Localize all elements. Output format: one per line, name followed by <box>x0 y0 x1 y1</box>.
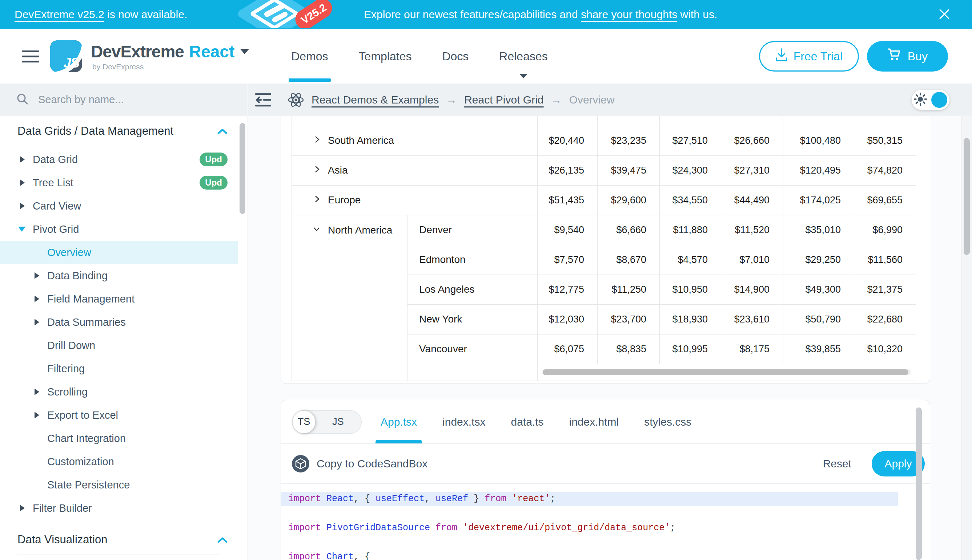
sidebar-item-label: Overview <box>47 247 91 258</box>
page-scrollbar-thumb[interactable] <box>964 138 970 255</box>
breadcrumb-separator: → <box>551 94 562 106</box>
triangle-right-icon[interactable] <box>20 505 25 511</box>
pivot-city-header[interactable]: Los Angeles <box>408 275 538 304</box>
triangle-right-icon[interactable] <box>35 272 39 279</box>
triangle-right-icon[interactable] <box>35 296 39 302</box>
code-tab-styles-css[interactable]: styles.css <box>644 400 691 443</box>
pivot-cell: $8,175 <box>721 334 783 364</box>
sidebar-item-filter-builder[interactable]: Filter Builder <box>0 497 238 520</box>
code-scrollbar-thumb[interactable] <box>916 407 922 560</box>
free-trial-button[interactable]: Free Trial <box>759 41 859 72</box>
framework-selector[interactable]: React <box>189 42 234 62</box>
hamburger-menu-icon[interactable] <box>22 50 39 62</box>
pivot-cell: $26,135 <box>538 155 597 185</box>
theme-toggle-knob[interactable] <box>931 92 947 108</box>
pivot-region-header[interactable]: Asia <box>292 155 538 185</box>
code-tab-index-tsx[interactable]: index.tsx <box>442 400 485 443</box>
search-input[interactable] <box>37 93 199 106</box>
sidebar-item-customization[interactable]: Customization <box>0 450 238 473</box>
nav-item-demos[interactable]: Demos <box>291 29 328 83</box>
pivot-cell: $29,250 <box>783 245 854 275</box>
breadcrumb-react-demos-examples[interactable]: React Demos & Examples <box>311 94 439 106</box>
language-toggle[interactable]: TS JS <box>292 410 362 434</box>
pivot-horizontal-scrollbar-thumb[interactable] <box>543 369 908 375</box>
sidebar-item-drill-down[interactable]: Drill Down <box>0 334 238 357</box>
sidebar-item-overview[interactable]: Overview <box>0 241 238 264</box>
sidebar-item-scrolling[interactable]: Scrolling <box>0 380 238 403</box>
sidebar-item-label: Scrolling <box>47 386 88 398</box>
collapse-chevron-down-icon[interactable] <box>312 224 321 236</box>
sidebar-item-state-persistence[interactable]: State Persistence <box>0 473 238 497</box>
code-tab-data-ts[interactable]: data.ts <box>511 400 544 443</box>
sidebar-item-data-summaries[interactable]: Data Summaries <box>0 310 238 334</box>
sidebar-section-title: Data Visualization <box>17 533 108 546</box>
triangle-right-icon[interactable] <box>35 388 39 395</box>
banner-release-link[interactable]: DevExtreme v25.2 <box>15 8 104 20</box>
sidebar-item-label: Filter Builder <box>33 502 92 514</box>
breadcrumb-separator: → <box>446 94 457 106</box>
pivot-cell: $11,560 <box>854 245 916 275</box>
sidebar-item-export-to-excel[interactable]: Export to Excel <box>0 403 238 427</box>
pivot-cell: $18,930 <box>660 304 721 334</box>
pivot-grid-demo-card: South America$20,440$23,235$27,510$26,66… <box>281 116 930 384</box>
pivot-cell: $11,520 <box>721 215 783 245</box>
code-editor[interactable]: import React, { useEffect, useRef } from… <box>281 484 930 560</box>
pivot-cell: $29,600 <box>597 185 660 215</box>
code-tab-index-html[interactable]: index.html <box>569 400 619 443</box>
triangle-right-icon[interactable] <box>20 156 25 163</box>
reset-button[interactable]: Reset <box>821 457 853 470</box>
sidebar-item-tree-list[interactable]: Tree ListUpd <box>0 171 238 194</box>
triangle-right-icon[interactable] <box>20 203 25 209</box>
sidebar-item-label: Filtering <box>47 363 85 375</box>
pivot-city-header[interactable]: Vancouver <box>408 334 538 364</box>
share-thoughts-link[interactable]: share your thoughts <box>581 8 677 20</box>
pivot-region-header[interactable]: Europe <box>292 185 538 215</box>
expand-chevron-right-icon[interactable] <box>312 135 321 147</box>
pivot-cell: $34,550 <box>660 185 721 215</box>
breadcrumb-react-pivot-grid[interactable]: React Pivot Grid <box>464 94 544 106</box>
sidebar-item-pivot-grid[interactable]: Pivot Grid <box>0 218 238 241</box>
language-option-js[interactable]: JS <box>315 416 361 427</box>
pivot-region-header[interactable]: South America <box>292 126 538 155</box>
collapse-sidebar-icon[interactable] <box>255 93 271 107</box>
sidebar-item-data-grid[interactable]: Data GridUpd <box>0 148 238 171</box>
buy-button[interactable]: Buy <box>867 41 948 72</box>
pivot-city-header[interactable]: Edmonton <box>408 245 538 275</box>
code-tab-app-tsx[interactable]: App.tsx <box>381 400 417 443</box>
sidebar-item-data-binding[interactable]: Data Binding <box>0 264 238 287</box>
pivot-cell: $20,440 <box>538 126 597 155</box>
pivot-cell: $6,990 <box>854 215 916 245</box>
banner-close-button[interactable] <box>938 8 951 21</box>
sidebar-scrollbar-thumb[interactable] <box>239 123 245 214</box>
pivot-city-header[interactable]: Denver <box>408 215 538 245</box>
expand-chevron-right-icon[interactable] <box>312 165 321 177</box>
chevron-down-icon[interactable] <box>240 49 249 54</box>
pivot-cell: $27,510 <box>660 126 721 155</box>
sidebar-section-data-visualization[interactable]: Data Visualization <box>0 527 238 552</box>
devextreme-logo[interactable]: JS <box>50 40 82 72</box>
sidebar-item-label: Export to Excel <box>47 409 118 421</box>
nav-item-docs[interactable]: Docs <box>442 29 468 83</box>
nav-item-releases[interactable]: Releases <box>499 29 547 83</box>
nav-item-templates[interactable]: Templates <box>359 29 412 83</box>
sidebar-item-field-management[interactable]: Field Management <box>0 287 238 310</box>
copy-to-codesandbox-link[interactable]: Copy to CodeSandBox <box>316 458 427 470</box>
pivot-grid: South America$20,440$23,235$27,510$26,66… <box>291 116 916 381</box>
pivot-region-header[interactable]: North America <box>292 215 408 381</box>
pivot-city-header[interactable]: New York <box>408 304 538 334</box>
expand-chevron-right-icon[interactable] <box>312 194 321 206</box>
sidebar-item-chart-integration[interactable]: Chart Integration <box>0 427 238 450</box>
language-option-ts[interactable]: TS <box>293 411 315 433</box>
brand-subtitle: by DevExpress <box>92 62 249 71</box>
triangle-right-icon[interactable] <box>20 179 25 186</box>
sidebar-item-card-view[interactable]: Card View <box>0 194 238 218</box>
sidebar-search <box>0 83 248 116</box>
triangle-right-icon[interactable] <box>35 319 39 325</box>
pivot-cell: $10,950 <box>660 275 721 304</box>
demo-sidebar: Data Grids / Data ManagementData GridUpd… <box>0 116 238 560</box>
sidebar-item-filtering[interactable]: Filtering <box>0 357 238 380</box>
triangle-right-icon[interactable] <box>35 412 39 418</box>
theme-toggle[interactable] <box>912 90 949 110</box>
sidebar-section-data-grids-data-management[interactable]: Data Grids / Data Management <box>0 118 238 144</box>
triangle-down-icon[interactable] <box>18 227 25 232</box>
